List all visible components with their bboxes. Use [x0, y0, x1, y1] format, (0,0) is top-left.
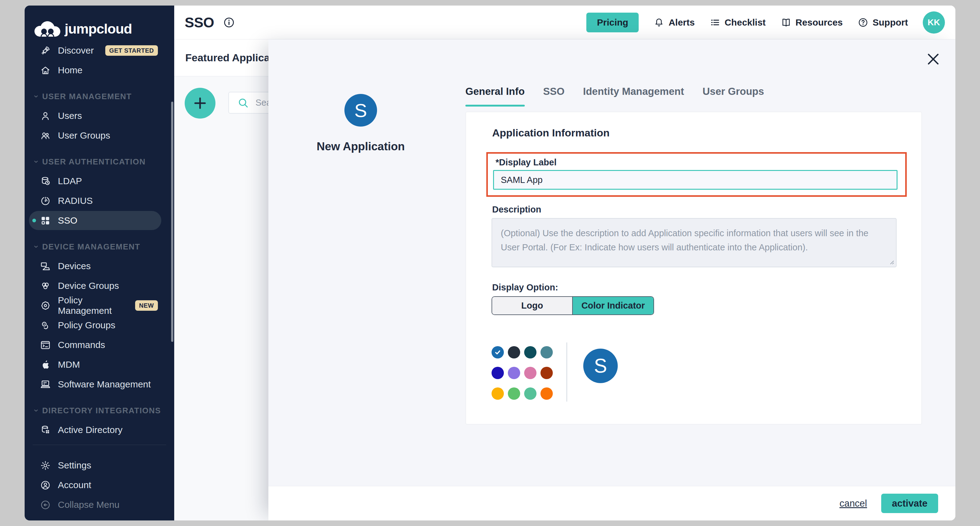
support-button[interactable]: Support [858, 17, 908, 28]
sidebar-item-devices[interactable]: Devices [25, 256, 174, 276]
sidebar-item-active-directory[interactable]: Active Directory [25, 420, 174, 440]
chevron-down-icon [33, 243, 40, 250]
color-swatch[interactable] [524, 367, 536, 379]
search-icon [237, 97, 249, 109]
sidebar-item-home[interactable]: Home [25, 61, 174, 80]
jumpcloud-logo[interactable]: jumpcloud [25, 6, 174, 41]
color-swatch[interactable] [541, 346, 553, 359]
user-avatar[interactable]: KK [923, 11, 945, 33]
color-swatch[interactable] [524, 387, 536, 400]
sidebar-item-mdm[interactable]: MDM [25, 355, 174, 375]
chevron-down-icon [33, 93, 40, 100]
logo-wordmark: jumpcloud [65, 21, 132, 37]
checklist-label: Checklist [724, 17, 765, 28]
logo-option[interactable]: Logo [492, 297, 573, 314]
section-title: USER MANAGEMENT [42, 92, 132, 101]
sidebar-item-policy-management[interactable]: Policy Management NEW [25, 296, 174, 316]
display-label-highlight: *Display Label [486, 152, 907, 197]
policy-groups-icon [40, 320, 51, 331]
active-indicator-dot [32, 218, 36, 222]
section-title: DIRECTORY INTEGRATIONS [42, 406, 161, 416]
application-information-card: Application Information *Display Label D… [466, 112, 922, 424]
account-circle-icon [40, 480, 51, 491]
sidebar-scrollbar[interactable] [171, 102, 173, 342]
close-button[interactable] [925, 51, 941, 67]
sidebar-item-device-groups[interactable]: Device Groups [25, 276, 174, 296]
sidebar-item-policy-groups[interactable]: Policy Groups [25, 316, 174, 335]
sidebar-item-software-management[interactable]: Software Management [25, 375, 174, 394]
sidebar-item-label: User Groups [58, 130, 110, 141]
sidebar-item-sso[interactable]: SSO [25, 210, 174, 230]
plus-icon [191, 94, 209, 112]
color-swatch[interactable] [508, 346, 520, 359]
alerts-button[interactable]: Alerts [654, 17, 695, 28]
color-swatch[interactable] [508, 387, 520, 400]
database-windows-icon [40, 424, 51, 436]
color-swatch[interactable] [492, 367, 504, 379]
resources-button[interactable]: Resources [781, 17, 843, 28]
sidebar-item-label: Active Directory [58, 425, 123, 435]
sidebar-item-label: Users [58, 110, 82, 121]
alerts-label: Alerts [668, 17, 695, 28]
devices-icon [40, 261, 51, 272]
tab-general-info[interactable]: General Info [465, 86, 525, 107]
sidebar-item-settings[interactable]: Settings [25, 456, 174, 475]
jumpcloud-cloud-icon [33, 20, 62, 38]
info-icon[interactable] [223, 16, 235, 29]
preview-divider [566, 343, 567, 402]
sidebar-item-label: Software Management [58, 379, 151, 390]
display-label-input[interactable] [493, 170, 897, 190]
sidebar-section-device-management[interactable]: DEVICE MANAGEMENT [25, 237, 174, 256]
grid-icon [40, 215, 51, 226]
application-name: New Application [268, 140, 453, 153]
pricing-button[interactable]: Pricing [586, 13, 639, 32]
color-swatch-selected[interactable] [492, 346, 504, 359]
color-swatch[interactable] [508, 367, 520, 379]
color-swatch[interactable] [492, 387, 504, 400]
display-option-toggle: Logo Color Indicator [492, 296, 654, 315]
sidebar-item-collapse-menu[interactable]: Collapse Menu [25, 495, 174, 515]
sidebar-item-label: Policy Management [58, 295, 135, 316]
sidebar-item-label: LDAP [58, 176, 82, 186]
cancel-button[interactable]: cancel [839, 498, 867, 509]
color-swatch[interactable] [541, 367, 553, 379]
modal-footer: cancel activate [268, 486, 955, 520]
sidebar-item-ldap[interactable]: LDAP [25, 171, 174, 191]
color-swatch[interactable] [524, 346, 536, 359]
display-option-label: Display Option: [492, 282, 558, 293]
description-textarea[interactable] [492, 218, 897, 267]
section-title: DEVICE MANAGEMENT [42, 242, 140, 252]
tab-user-groups[interactable]: User Groups [702, 86, 764, 107]
display-label-label: *Display Label [496, 157, 557, 167]
sidebar-item-radius[interactable]: RADIUS [25, 191, 174, 210]
card-title: Application Information [492, 127, 610, 139]
sidebar-item-commands[interactable]: Commands [25, 335, 174, 355]
chevron-down-icon [33, 407, 40, 414]
user-icon [40, 110, 51, 122]
sidebar-item-account[interactable]: Account [25, 475, 174, 495]
database-clock-icon [40, 175, 51, 187]
sidebar-section-user-management[interactable]: USER MANAGEMENT [25, 87, 174, 106]
check-icon [494, 349, 501, 356]
sidebar-item-label: Devices [58, 261, 91, 271]
color-preview-badge: S [583, 349, 618, 383]
sidebar-item-label: RADIUS [58, 196, 93, 206]
sidebar-item-label: MDM [58, 359, 80, 370]
tab-sso[interactable]: SSO [543, 86, 565, 107]
description-label: Description [492, 204, 541, 215]
sidebar-section-directory-integrations[interactable]: DIRECTORY INTEGRATIONS [25, 401, 174, 420]
sidebar-item-discover[interactable]: Discover GET STARTED [25, 41, 174, 61]
sidebar-item-label: Home [58, 65, 83, 75]
color-swatch[interactable] [541, 387, 553, 400]
add-application-button[interactable] [185, 88, 215, 119]
checklist-button[interactable]: Checklist [710, 17, 765, 28]
collapse-arrow-icon [40, 499, 51, 511]
tab-identity-management[interactable]: Identity Management [583, 86, 684, 107]
sidebar-item-label: Discover [58, 45, 94, 56]
sidebar-item-users[interactable]: Users [25, 106, 174, 126]
sidebar-item-user-groups[interactable]: User Groups [25, 126, 174, 145]
laptop-grid-icon [40, 379, 51, 390]
activate-button[interactable]: activate [881, 494, 938, 513]
sidebar-section-user-authentication[interactable]: USER AUTHENTICATION [25, 152, 174, 171]
color-indicator-option[interactable]: Color Indicator [573, 297, 654, 314]
